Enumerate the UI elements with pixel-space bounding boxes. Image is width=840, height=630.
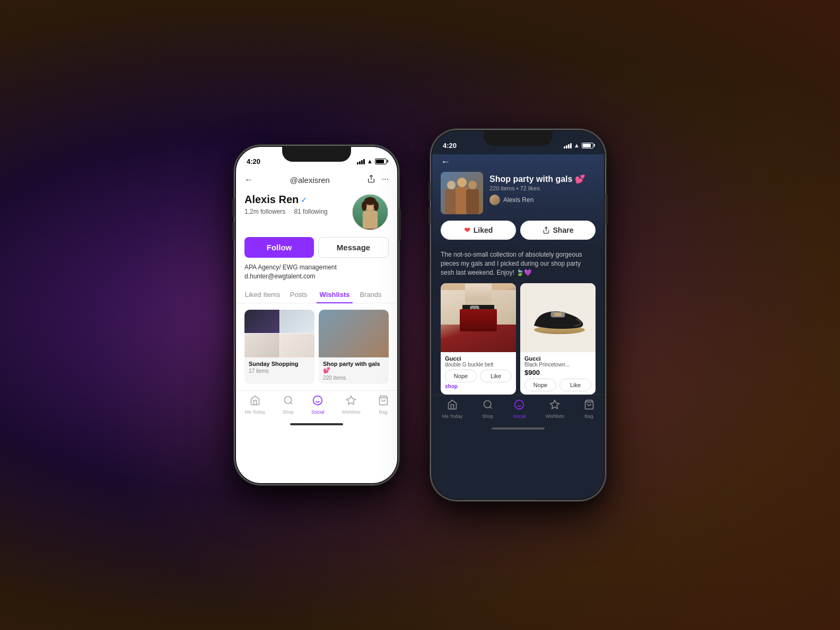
profile-stats: 1,2m followers 81 following [244, 208, 345, 215]
nav-label-bag-1: Bag [379, 409, 388, 415]
item-cta-1[interactable]: shop [445, 383, 512, 389]
star-icon-2 [549, 399, 560, 413]
nav-me-today-1[interactable]: Me Today [244, 395, 265, 415]
battery-icon-2 [582, 143, 593, 148]
wishlist-1-count: 17 items [244, 368, 314, 377]
dark-nav-label-bag: Bag [585, 414, 593, 419]
wishlist-2-name: Shop party with gals 💕 [319, 357, 389, 375]
svg-point-27 [484, 401, 491, 408]
svg-point-5 [374, 201, 379, 211]
follow-button[interactable]: Follow [244, 237, 314, 258]
wishlist-grid: Sunday Shopping 17 items Shop party with… [236, 303, 397, 390]
dark-nav-label-wishlists: Wishlists [545, 414, 564, 419]
collection-header: Shop party with gals 💕 220 items • 72 li… [432, 172, 604, 221]
more-button-1[interactable]: ··· [382, 174, 389, 185]
message-button[interactable]: Message [318, 237, 389, 258]
svg-rect-23 [460, 309, 497, 331]
wishlist-card-2[interactable]: Shop party with gals 💕 220 items [319, 310, 389, 384]
action-bar-2: ❤ Liked Share [432, 221, 604, 246]
nope-button-1[interactable]: Nope [445, 370, 477, 382]
phones-container: 4:20 ▲ ← @alexisren [234, 129, 606, 501]
following-count: 81 following [294, 208, 327, 215]
bio-section: APA Agency/ EWG management d.hunter@ewgt… [236, 263, 397, 286]
nav-icons-1: ··· [367, 174, 389, 185]
svg-point-15 [468, 181, 477, 189]
nav-me-today-2[interactable]: Me Today [442, 399, 462, 419]
tab-wishlists[interactable]: Wishlists [317, 286, 353, 303]
item-actions-1: Nope Like [445, 370, 512, 382]
svg-marker-31 [550, 400, 559, 409]
item-name-2: Black Princetown... [524, 362, 591, 368]
collection-title: Shop party with gals 💕 [489, 174, 596, 184]
signal-icon-2 [564, 142, 572, 148]
svg-point-28 [515, 400, 524, 409]
item-image-1: GG [441, 283, 516, 352]
profile-handle: @alexisren [290, 176, 330, 185]
battery-icon-1 [375, 159, 387, 164]
nav-label-wishlists-1: Wishlists [342, 409, 361, 415]
verified-badge: ✓ [301, 196, 307, 204]
bottom-nav-2: Me Today Shop Social [432, 395, 604, 425]
dark-nav-label-me-today: Me Today [442, 414, 462, 419]
nope-button-2[interactable]: Nope [524, 379, 556, 391]
collection-description: The not-so-small collection of absolutel… [432, 250, 604, 283]
nav-label-social-1: Social [311, 409, 325, 415]
nav-social-2[interactable]: Social [513, 399, 526, 419]
share-button-1[interactable] [367, 174, 375, 185]
home-indicator-2 [492, 427, 545, 430]
tab-brands[interactable]: Brands [353, 286, 389, 303]
wifi-icon-1: ▲ [367, 158, 373, 164]
status-icons-2: ▲ [564, 142, 593, 148]
nav-social-1[interactable]: Social [311, 395, 325, 415]
author-avatar [489, 195, 500, 205]
like-button-2[interactable]: Like [559, 379, 591, 391]
svg-point-13 [447, 181, 456, 189]
item-card-info-2: Gucci Black Princetown... $900 Nope Like [520, 352, 596, 395]
svg-point-14 [457, 178, 467, 187]
notch-1 [282, 147, 351, 162]
tab-posts[interactable]: Posts [281, 286, 317, 303]
item-card-2: Gucci Black Princetown... $900 Nope Like [520, 283, 596, 395]
svg-point-7 [313, 396, 322, 405]
item-card-1: GG Gucci double G buckle belt Nope Like [441, 283, 516, 395]
nav-wishlists-1[interactable]: Wishlists [342, 395, 361, 415]
bio-line-2: d.hunter@ewgtalent.com [244, 272, 389, 281]
nav-label-shop-1: Shop [283, 409, 294, 415]
bag-icon-1 [378, 395, 389, 408]
back-button-1[interactable]: ← [244, 175, 253, 185]
liked-button[interactable]: ❤ Liked [441, 221, 516, 240]
collection-meta: 220 items • 72 likes [489, 185, 596, 191]
dark-nav-bar: ← [432, 154, 604, 172]
dark-nav-label-social: Social [513, 414, 526, 419]
item-image-2 [520, 283, 596, 352]
like-button-1[interactable]: Like [480, 370, 512, 382]
dark-nav-label-shop: Shop [482, 414, 493, 419]
nav-shop-2[interactable]: Shop [482, 399, 493, 419]
social-icon-2 [514, 399, 524, 413]
home-indicator-1 [290, 423, 343, 425]
svg-marker-10 [347, 396, 356, 404]
item-actions-2: Nope Like [524, 379, 591, 391]
time-2: 4:20 [443, 142, 457, 150]
followers-count: 1,2m followers [244, 208, 285, 215]
back-button-2[interactable]: ← [441, 156, 450, 168]
profile-section: Alexis Ren ✓ 1,2m followers 81 following [236, 189, 397, 237]
svg-rect-18 [466, 189, 479, 214]
share-button-2[interactable]: Share [520, 221, 596, 240]
wishlist-card-1[interactable]: Sunday Shopping 17 items [244, 310, 314, 384]
bio-line-1: APA Agency/ EWG management [244, 263, 389, 272]
svg-rect-26 [554, 313, 562, 316]
heart-icon: ❤ [464, 226, 470, 234]
wishlist-2-count: 220 items [319, 375, 389, 384]
nav-bag-1[interactable]: Bag [378, 395, 389, 415]
social-icon-1 [312, 395, 323, 408]
nav-shop-1[interactable]: Shop [283, 395, 294, 415]
nav-bag-2[interactable]: Bag [584, 399, 594, 419]
search-icon-1 [283, 395, 294, 408]
item-brand-1: Gucci [445, 355, 512, 362]
nav-wishlists-2[interactable]: Wishlists [545, 399, 564, 419]
tab-liked-items[interactable]: Liked Items [244, 286, 281, 303]
home-icon-1 [250, 395, 260, 408]
bottom-nav-1: Me Today Shop Social [236, 390, 397, 421]
home-icon-2 [447, 399, 458, 413]
